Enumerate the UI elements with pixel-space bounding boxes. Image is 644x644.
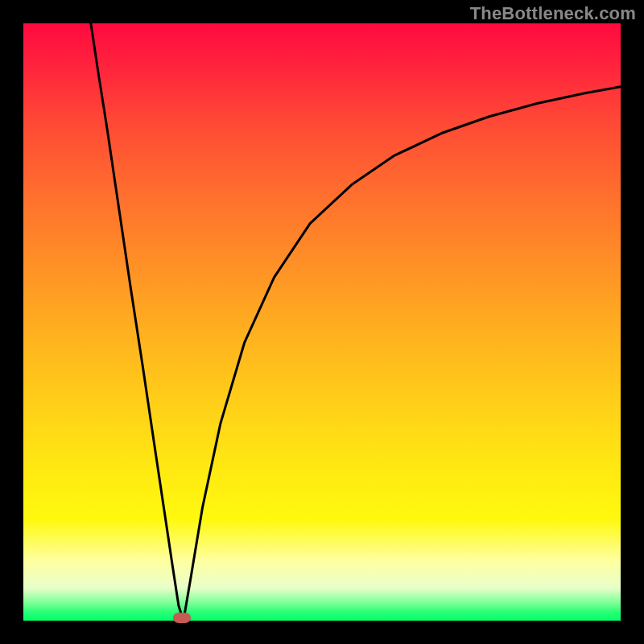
curve-path [91, 23, 621, 621]
plot-area [23, 23, 621, 621]
bottleneck-curve [23, 23, 621, 621]
optimum-marker [173, 613, 191, 623]
chart-frame: TheBottleneck.com [0, 0, 644, 644]
watermark-text: TheBottleneck.com [470, 3, 636, 24]
